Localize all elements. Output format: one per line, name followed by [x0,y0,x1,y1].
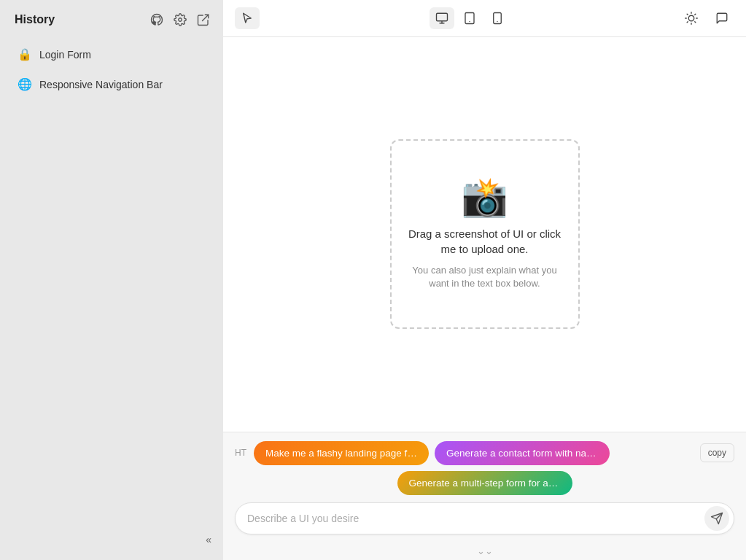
comment-button[interactable] [710,7,734,29]
cursor-tool-button[interactable] [235,7,260,29]
cursor-icon [241,12,254,25]
svg-line-16 [687,22,688,23]
svg-rect-2 [436,13,447,21]
send-icon [710,512,723,525]
chip-multistep-form[interactable]: Generate a multi-step form for a chec... [397,471,572,495]
tablet-view-button[interactable] [457,7,482,29]
svg-point-0 [179,18,182,22]
sidebar-item-responsive-nav[interactable]: 🌐 Responsive Navigation Bar [6,71,217,98]
sidebar: History 🔒 [0,0,223,560]
prompt-input[interactable] [247,507,699,530]
bottom-area: HT Make me a flashy landing page for an … [223,432,746,560]
tablet-icon [463,12,476,25]
preview-area: 📸 Drag a screenshot of UI or click me to… [223,37,746,432]
new-window-icon-button[interactable] [195,12,211,28]
chips-row-1: HT Make me a flashy landing page for an … [223,432,746,465]
desktop-view-button[interactable] [430,7,454,29]
upload-zone[interactable]: 📸 Drag a screenshot of UI or click me to… [390,139,580,329]
svg-line-12 [687,14,688,15]
sidebar-item-login-form[interactable]: 🔒 Login Form [6,41,217,68]
sidebar-item-login-label: Login Form [39,49,91,61]
chevron-area: ⌄⌄ [223,543,746,560]
login-form-icon: 🔒 [18,47,32,61]
toolbar-center [430,7,510,29]
desktop-icon [435,12,448,25]
sidebar-header: History [0,0,223,39]
svg-point-9 [688,15,694,21]
main-panel: 📸 Drag a screenshot of UI or click me to… [223,0,746,560]
settings-icon-button[interactable] [172,12,188,28]
sun-toggle-button[interactable] [679,7,704,29]
toolbar-right [679,7,734,29]
upload-title: Drag a screenshot of UI or click me to u… [406,226,564,257]
svg-rect-7 [493,13,501,24]
sidebar-item-responsive-label: Responsive Navigation Bar [39,79,163,90]
svg-line-13 [695,22,696,23]
copy-button[interactable]: copy [700,443,734,462]
chip-landing-page[interactable]: Make me a flashy landing page for an ... [254,441,429,465]
sidebar-collapse-button[interactable]: « [206,534,211,545]
gear-icon [174,13,187,26]
svg-line-17 [695,14,696,15]
toolbar [223,0,746,37]
chip-contact-form[interactable]: Generate a contact form with name, e... [435,441,610,465]
sidebar-icon-group [149,12,211,28]
responsive-nav-icon: 🌐 [18,77,32,91]
comment-icon [715,12,728,25]
svg-line-1 [203,15,209,20]
chips-row-2: Generate a multi-step form for a chec... [223,465,746,495]
chevron-down-icon: ⌄⌄ [477,548,493,554]
sun-icon [685,12,698,25]
collapse-icon: « [206,534,211,545]
mobile-icon [491,12,504,25]
input-row [235,502,734,534]
external-link-icon [197,13,210,26]
github-icon-button[interactable] [149,12,165,28]
sidebar-title: History [15,13,55,26]
svg-rect-5 [465,13,474,24]
mobile-view-button[interactable] [485,7,510,29]
ht-label: HT [235,448,246,458]
toolbar-left [235,7,260,29]
github-icon [150,13,163,26]
send-button[interactable] [704,506,729,531]
camera-emoji: 📸 [461,178,508,216]
upload-subtitle: You can also just explain what you want … [406,264,564,290]
